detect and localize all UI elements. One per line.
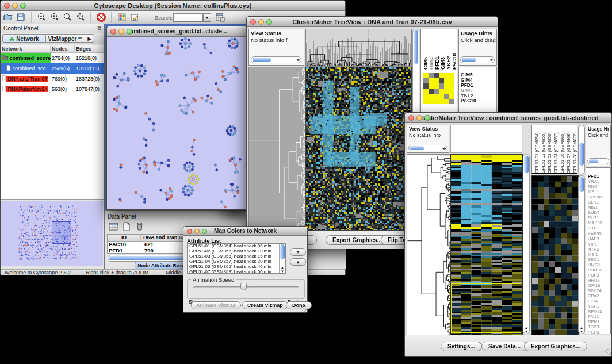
dialog-title-bar[interactable]: Map Colors to Network bbox=[183, 227, 307, 236]
gene-label[interactable]: PHO81 bbox=[586, 267, 610, 273]
gene-label[interactable]: YRA1 bbox=[586, 179, 610, 184]
search-input[interactable] bbox=[173, 13, 203, 22]
gene-label[interactable]: NTR2 bbox=[586, 247, 610, 252]
network-table-header[interactable]: Network Nodes Edges bbox=[1, 45, 104, 53]
gene-label[interactable]: YSH1 bbox=[586, 304, 610, 309]
gene-label[interactable]: CLN1 bbox=[586, 200, 610, 205]
gene-label[interactable]: BUD4 bbox=[586, 210, 610, 215]
traffic-lights[interactable] bbox=[250, 19, 272, 25]
create-vizmap-button[interactable]: Create Vizmap bbox=[242, 301, 288, 309]
gene-label[interactable]: PUF3 bbox=[586, 273, 610, 278]
open-folder-icon[interactable] bbox=[3, 12, 13, 22]
new-attribute-icon[interactable] bbox=[121, 221, 132, 232]
gene-label[interactable]: HMG1 bbox=[586, 262, 610, 267]
gene-label[interactable]: SPC98 bbox=[586, 194, 610, 200]
traffic-lights[interactable] bbox=[408, 115, 430, 121]
gene-label[interactable]: SEC24 bbox=[586, 288, 610, 293]
gene-label[interactable]: NIS1 bbox=[586, 205, 610, 210]
table-row-combined-sco-selected[interactable]: combined_sco 2569(6) 13112(15) bbox=[1, 63, 104, 74]
network-title-bar[interactable]: combined_scores_good.txt--cluste... bbox=[107, 26, 247, 37]
done-button[interactable]: Done bbox=[286, 301, 312, 309]
attribute-item[interactable]: GPL51-07 (GSM868) heat shock 60 min bbox=[188, 270, 285, 274]
gene-label[interactable]: PEP5 bbox=[586, 329, 610, 334]
horizontal-scrollbar[interactable]: ◂▸ bbox=[408, 145, 447, 151]
column-header-id[interactable]: ID bbox=[108, 235, 141, 241]
gene-label[interactable]: RNR4 bbox=[586, 184, 610, 189]
gene-label[interactable]: FIG4 bbox=[586, 298, 610, 304]
export-graphics-button[interactable]: Export Graphics... bbox=[524, 342, 587, 351]
table-row-dna-tran[interactable]: DNA and Tran 07 769(0) 183728(0) bbox=[1, 74, 104, 84]
horizontal-scrollbar[interactable] bbox=[587, 158, 609, 164]
traffic-lights[interactable] bbox=[187, 229, 207, 234]
gene-label[interactable]: RPO21 bbox=[586, 309, 610, 314]
table-row-rnapuber[interactable]: RNAPuberNov2+ 563(0) 107847(0) bbox=[1, 84, 104, 94]
zoom-selected-icon[interactable] bbox=[75, 12, 86, 22]
annotation-icon[interactable] bbox=[129, 12, 140, 22]
gene-label[interactable]: GTB1 bbox=[586, 225, 610, 231]
heatmap-zoom-view[interactable] bbox=[531, 175, 579, 335]
help-ring-icon[interactable] bbox=[96, 12, 106, 22]
network-canvas[interactable] bbox=[107, 37, 247, 209]
row-label[interactable]: PAC10 bbox=[459, 98, 496, 104]
export-graphics-button[interactable]: Export Graphics... bbox=[326, 235, 389, 245]
zoom-in-icon[interactable] bbox=[49, 12, 60, 22]
heatmap-global-view[interactable] bbox=[305, 67, 412, 231]
minimize-button[interactable] bbox=[12, 3, 18, 9]
move-down-button[interactable]: ∨ bbox=[290, 258, 306, 266]
horizontal-scrollbar[interactable]: ◂▸ bbox=[251, 56, 301, 63]
float-panel-icon[interactable]: ⧉ bbox=[98, 24, 101, 33]
row-dendrogram[interactable] bbox=[407, 154, 450, 335]
gene-label[interactable]: VIP1 bbox=[586, 242, 610, 247]
attribute-browser-icon[interactable] bbox=[215, 12, 225, 22]
attribute-list[interactable]: GPL51-01 (GSM854) heat shock 05 minGPL51… bbox=[187, 243, 286, 274]
heatmap-selection-box[interactable] bbox=[451, 283, 521, 333]
delete-attribute-icon[interactable] bbox=[135, 221, 145, 232]
gene-label[interactable]: CPA2 bbox=[586, 293, 610, 298]
save-icon[interactable] bbox=[16, 12, 26, 22]
search-dropdown-button[interactable]: ▾ bbox=[203, 13, 211, 22]
gene-label[interactable]: HAP3 bbox=[586, 236, 610, 242]
resize-grip[interactable] bbox=[300, 305, 307, 312]
gene-label[interactable]: PFD1 bbox=[586, 174, 610, 179]
zoom-fit-icon[interactable] bbox=[62, 12, 72, 22]
main-title-bar[interactable]: Cytoscape Desktop (Session Name: collins… bbox=[1, 1, 345, 11]
gene-label[interactable]: MAK31 bbox=[586, 220, 610, 225]
tab-overflow-button[interactable]: ▶ bbox=[85, 34, 94, 43]
gene-label[interactable]: TCB3 bbox=[586, 324, 610, 329]
gene-label[interactable]: MSL1 bbox=[586, 189, 610, 194]
labels-scrollbar[interactable] bbox=[578, 125, 585, 174]
save-data-button[interactable]: Save Data... bbox=[481, 342, 527, 351]
close-button[interactable] bbox=[4, 3, 10, 9]
gene-label[interactable]: GPI16 bbox=[586, 283, 610, 288]
table-row-combined-scores[interactable]: combined_scores 2764(0) 16218(0) bbox=[1, 53, 104, 63]
vizmapper-grid-icon[interactable] bbox=[117, 12, 127, 22]
treeview-front-title-bar[interactable]: ClusterMaker TreeView : combined_scores_… bbox=[405, 113, 611, 123]
animate-vizmap-button[interactable]: Animate Vizmap bbox=[191, 301, 241, 309]
treeview-back-title-bar[interactable]: ClusterMaker TreeView : DNA and Tran 07-… bbox=[247, 17, 498, 27]
gene-label[interactable]: HRD3 bbox=[586, 278, 610, 283]
show-table-icon[interactable] bbox=[108, 221, 118, 232]
zoom-button[interactable] bbox=[20, 3, 26, 9]
gene-label[interactable]: MSI1 bbox=[586, 252, 610, 257]
zoom-out-icon[interactable] bbox=[36, 12, 47, 22]
row-dendrogram[interactable] bbox=[248, 67, 305, 231]
traffic-lights[interactable] bbox=[4, 3, 26, 9]
list-scrollbar[interactable]: ▴▾ bbox=[279, 244, 285, 273]
heatmap-zoom-view[interactable] bbox=[423, 73, 454, 104]
settings-button[interactable]: Settings... bbox=[441, 342, 482, 351]
gene-label[interactable]: SEC1 bbox=[586, 257, 610, 262]
tab-vizmapper[interactable]: VizMapper™ bbox=[46, 34, 85, 43]
traffic-lights[interactable] bbox=[110, 29, 132, 35]
genes-scrollbar[interactable]: ▴▾ bbox=[578, 175, 585, 334]
tab-network[interactable]: Network bbox=[2, 34, 46, 43]
column-dendrogram[interactable] bbox=[305, 29, 412, 67]
resize-grip[interactable] bbox=[605, 349, 611, 355]
gene-label[interactable]: PAN1 bbox=[586, 314, 610, 319]
move-up-button[interactable]: ∧ bbox=[290, 248, 306, 256]
slider-knob[interactable] bbox=[240, 283, 247, 290]
gene-label[interactable]: KAP95 bbox=[586, 231, 610, 236]
gene-label[interactable]: ELG1 bbox=[586, 215, 610, 220]
birdseye-view[interactable] bbox=[1, 201, 103, 266]
horizontal-scrollbar[interactable]: ◂▸ bbox=[460, 56, 495, 63]
gene-label[interactable]: RPN1 bbox=[586, 319, 610, 324]
